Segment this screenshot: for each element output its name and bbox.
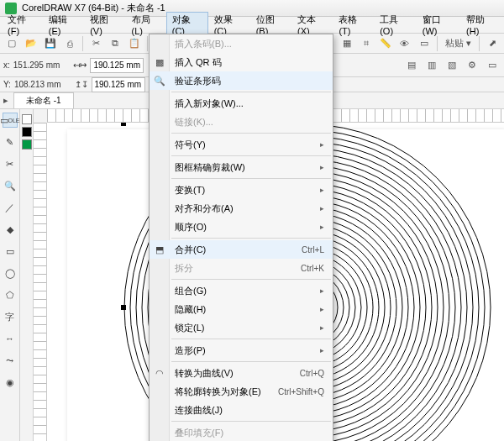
menu-item: 拆分Ctrl+K [150, 259, 333, 277]
ellipse-tool-icon[interactable]: ◯ [3, 265, 18, 281]
snap-icon[interactable]: ⌗ [358, 35, 375, 52]
paste-icon[interactable]: 📋 [126, 35, 143, 52]
smartfill-tool-icon[interactable]: ◆ [3, 222, 18, 237]
submenu-arrow-icon: ▸ [320, 223, 324, 231]
menu-item-label: 链接(K)... [175, 116, 213, 129]
menu-window[interactable]: 窗口(W) [417, 12, 460, 38]
separator [147, 36, 148, 51]
swatch-white[interactable] [22, 114, 32, 124]
y-label: Y: [3, 80, 11, 89]
rectangle-tool-icon[interactable]: ▭ [3, 244, 18, 259]
submenu-arrow-icon: ▸ [320, 305, 324, 313]
menu-item-shortcut: Ctrl+L [302, 245, 324, 255]
menu-item-label: 插入 QR 码 [175, 56, 222, 69]
menu-item[interactable]: 将轮廓转换为对象(E)Ctrl+Shift+Q [150, 382, 333, 401]
menu-separator [171, 238, 331, 239]
document-tab[interactable]: 未命名 -1 [13, 92, 74, 108]
menu-item[interactable]: 组合(G)▸ [150, 281, 333, 300]
search-icon: 🔍 [153, 74, 166, 87]
menu-view[interactable]: 视图(V) [84, 12, 125, 38]
menu-item[interactable]: ▩插入 QR 码 [150, 53, 333, 71]
menu-item-shortcut: Ctrl+Q [300, 369, 324, 378]
menu-item-label: 对齐和分布(A) [175, 202, 234, 215]
menu-item-label: 图框精确剪裁(W) [175, 161, 245, 174]
pick-tool-icon[interactable]: ▭OLE [3, 113, 18, 128]
menu-separator [171, 421, 331, 422]
menu-item-label: 插入条码(B)... [175, 38, 232, 50]
strip-arrow-icon[interactable]: ▸ [0, 92, 12, 109]
menu-item-label: 合并(C) [175, 244, 206, 256]
shape-tool-icon[interactable]: ✎ [3, 134, 18, 150]
polygon-tool-icon[interactable]: ⬠ [3, 287, 18, 302]
menu-table[interactable]: 表格(T) [333, 12, 374, 38]
selection-handle[interactable] [121, 123, 126, 126]
swatch-black[interactable] [22, 127, 32, 137]
menu-item[interactable]: ◠转换为曲线(V)Ctrl+Q [150, 364, 333, 382]
menu-item-label: 变换(T) [175, 184, 205, 197]
menu-item[interactable]: 对齐和分布(A)▸ [150, 199, 333, 218]
menu-item[interactable]: ⬒合并(C)Ctrl+L [150, 240, 333, 259]
menu-item-label: 连接曲线(J) [175, 404, 223, 417]
menu-item-label: 转换为曲线(V) [175, 367, 234, 380]
height-input[interactable] [92, 77, 145, 92]
submenu-arrow-icon: ▸ [320, 286, 324, 295]
width-input[interactable] [90, 58, 144, 73]
menu-item[interactable]: 顺序(O)▸ [150, 218, 333, 236]
menu-item[interactable]: 变换(T)▸ [150, 181, 333, 199]
zoom-tool-icon[interactable]: 🔍 [3, 178, 18, 193]
align-right-icon[interactable]: ▧ [444, 57, 460, 74]
menu-item[interactable]: 连接曲线(J) [150, 401, 333, 419]
align-left-icon[interactable]: ▤ [403, 57, 420, 74]
prop-gear-icon[interactable]: ⚙ [464, 57, 480, 74]
x-label: x: [3, 60, 10, 70]
menu-tools[interactable]: 工具(O) [374, 12, 417, 38]
menu-edit[interactable]: 编辑(E) [43, 12, 84, 38]
menu-item[interactable]: 造形(P)▸ [150, 341, 333, 360]
dimension-tool-icon[interactable]: ↔ [3, 331, 18, 346]
print-icon[interactable]: ⎙ [61, 35, 78, 52]
ruler-vertical [34, 123, 47, 441]
menu-item[interactable]: 🔍验证条形码 [150, 71, 333, 90]
submenu-arrow-icon: ▸ [320, 323, 324, 332]
paste-dropdown[interactable]: 粘贴 ▾ [442, 35, 475, 52]
menu-item[interactable]: 图框精确剪裁(W)▸ [150, 158, 333, 176]
new-icon[interactable]: ▢ [3, 35, 20, 52]
freehand-tool-icon[interactable]: ／ [3, 200, 18, 215]
launch-icon[interactable]: ⬈ [484, 35, 501, 52]
menu-file[interactable]: 文件(F) [2, 12, 43, 38]
menu-item: 链接(K)... [150, 113, 333, 131]
text-tool-icon[interactable]: 字 [3, 309, 18, 324]
menu-item-label: 插入新对象(W)... [175, 97, 244, 110]
menu-separator [171, 155, 331, 156]
menu-item-label: 符号(Y) [175, 139, 206, 151]
submenu-arrow-icon: ▸ [320, 140, 324, 149]
open-icon[interactable]: 📂 [23, 35, 39, 52]
ruler-icon[interactable]: 📏 [377, 35, 394, 52]
menu-separator [171, 178, 331, 179]
save-icon[interactable]: 💾 [42, 35, 59, 52]
cut-icon[interactable]: ✂ [87, 35, 104, 52]
menu-item[interactable]: 锁定(L)▸ [150, 318, 333, 337]
eye-icon[interactable]: 👁 [396, 35, 413, 52]
submenu-arrow-icon: ▸ [320, 204, 324, 213]
doc-icon[interactable]: ▭ [416, 35, 433, 52]
connector-tool-icon[interactable]: ⤳ [3, 353, 18, 368]
selection-handle[interactable] [121, 305, 126, 310]
merge-icon: ⬒ [153, 243, 166, 256]
menu-item[interactable]: 隐藏(H)▸ [150, 300, 333, 318]
menu-item[interactable]: 插入新对象(W)... [150, 94, 333, 113]
copy-icon[interactable]: ⧉ [107, 35, 123, 52]
toolbox: ▭OLE ✎ ✂ 🔍 ／ ◆ ▭ ◯ ⬠ 字 ↔ ⤳ ◉ [0, 109, 20, 441]
menu-item-label: 验证条形码 [175, 75, 221, 87]
menu-item-label: 隐藏(H) [175, 303, 206, 316]
crop-tool-icon[interactable]: ✂ [3, 156, 18, 171]
menu-item-label: 锁定(L) [175, 322, 204, 334]
grid-icon[interactable]: ▦ [339, 35, 355, 52]
effects-tool-icon[interactable]: ◉ [3, 375, 18, 390]
menu-item[interactable]: 符号(Y)▸ [150, 135, 333, 154]
menu-item: 插入条码(B)... [150, 34, 333, 53]
align-center-icon[interactable]: ▥ [423, 57, 440, 74]
swatch-green[interactable] [22, 139, 32, 150]
prop-extra-icon[interactable]: ▭ [484, 57, 501, 74]
menu-help[interactable]: 帮助(H) [460, 12, 502, 38]
